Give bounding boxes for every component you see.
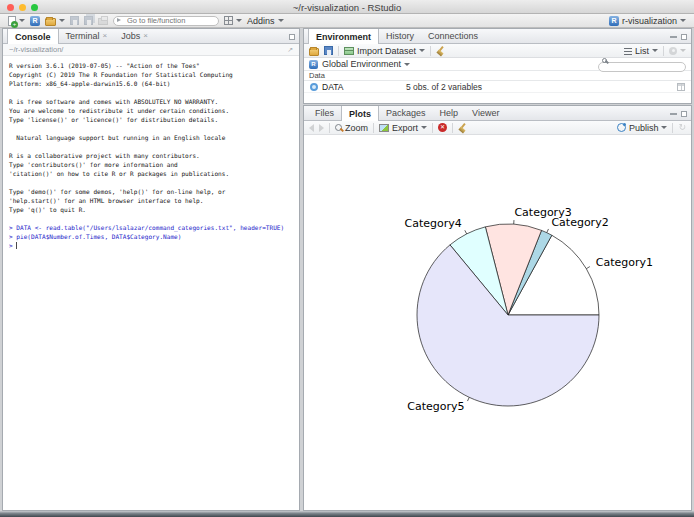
scope-label: Global Environment <box>322 59 401 69</box>
tab-terminal[interactable]: Terminal× <box>59 29 115 43</box>
maximize-pane-icon[interactable] <box>681 111 687 117</box>
separator <box>329 123 330 133</box>
pane-layout-button[interactable] <box>224 16 242 25</box>
console-output-line <box>9 88 293 97</box>
minimize-pane-icon[interactable] <box>670 113 677 115</box>
environment-search <box>598 55 686 73</box>
close-tab-icon[interactable]: × <box>103 32 108 40</box>
tab-environment[interactable]: Environment <box>308 29 379 44</box>
window-title: ~/r-visualization - RStudio <box>0 2 694 13</box>
list-view-button[interactable]: List <box>624 46 658 56</box>
tab-connections[interactable]: Connections <box>421 29 485 43</box>
import-dataset-button[interactable]: Import Dataset <box>344 46 425 56</box>
tab-console[interactable]: Console <box>7 29 59 44</box>
tab-label: History <box>386 31 414 41</box>
console-output-line: R is free software and comes with ABSOLU… <box>9 97 293 106</box>
tab-plots[interactable]: Plots <box>341 106 379 121</box>
r-environment-icon: R <box>309 60 318 69</box>
separator <box>452 123 453 133</box>
console-tabbar: ConsoleTerminal×Jobs× <box>3 29 299 44</box>
chevron-down-icon <box>404 63 410 66</box>
clear-all-plots-button[interactable] <box>458 123 468 133</box>
separator <box>338 46 339 56</box>
console-prompt: > <box>9 242 16 249</box>
new-project-button[interactable]: R <box>30 16 40 26</box>
plots-panel: FilesPlotsPackagesHelpViewer Zoom Export… <box>303 105 692 511</box>
environment-panel: EnvironmentHistoryConnections Import Dat… <box>303 28 692 104</box>
image-icon <box>379 124 389 132</box>
tab-files[interactable]: Files <box>308 106 341 120</box>
console-pathbar: ~/r-visualization/ ↗ <box>3 44 299 56</box>
maximize-pane-icon[interactable] <box>681 34 687 40</box>
pie-label-tick <box>468 397 470 401</box>
tab-jobs[interactable]: Jobs× <box>114 29 155 43</box>
save-button[interactable] <box>70 16 79 25</box>
console-output-line: R is a collaborative project with many c… <box>9 151 293 160</box>
open-in-new-window-icon[interactable]: ↗ <box>287 46 293 53</box>
zoom-label: Zoom <box>345 123 368 133</box>
console-output-line <box>9 178 293 187</box>
maximize-pane-icon[interactable] <box>289 34 295 40</box>
tab-help[interactable]: Help <box>433 106 466 120</box>
chevron-down-icon <box>278 19 284 22</box>
separator <box>373 123 374 133</box>
pie-label-category5: Category5 <box>407 400 464 413</box>
console-output-line: You are welcome to redistribute it under… <box>9 106 293 115</box>
environment-object-list: DATA5 obs. of 2 variables <box>304 81 691 93</box>
export-plot-button[interactable]: Export <box>379 123 427 133</box>
console-output-line: Type 'license()' or 'licence()' for dist… <box>9 115 293 124</box>
load-workspace-button[interactable] <box>309 48 319 56</box>
addins-button[interactable]: Addins <box>247 16 284 26</box>
console-output-line <box>9 214 293 223</box>
previous-plot-button[interactable] <box>309 124 314 132</box>
environment-search-input[interactable] <box>598 62 686 72</box>
next-plot-button[interactable] <box>319 124 324 132</box>
console-output[interactable]: R version 3.6.1 (2019-07-05) -- "Action … <box>3 57 299 510</box>
tab-history[interactable]: History <box>379 29 421 43</box>
console-output-line: 'help.start()' for an HTML browser inter… <box>9 196 293 205</box>
gear-icon <box>669 47 677 55</box>
refresh-icon[interactable]: ↻ <box>678 123 686 132</box>
project-menu-button[interactable]: R r-visualization <box>609 16 686 26</box>
tab-viewer[interactable]: Viewer <box>465 106 506 120</box>
publish-button[interactable]: Publish <box>617 123 668 133</box>
plots-tabbar: FilesPlotsPackagesHelpViewer <box>304 106 691 121</box>
environment-scope-selector[interactable]: Global Environment <box>322 59 410 69</box>
minimize-pane-icon[interactable] <box>670 36 677 38</box>
tab-packages[interactable]: Packages <box>379 106 433 120</box>
environment-scope-row: R Global Environment <box>304 58 691 71</box>
import-dataset-label: Import Dataset <box>357 46 416 56</box>
save-all-button[interactable] <box>84 16 93 25</box>
console-output-line: Type 'q()' to quit R. <box>9 205 293 214</box>
console-output-line: Natural language support but running in … <box>9 133 293 142</box>
publish-label: Publish <box>629 123 659 133</box>
view-data-icon[interactable] <box>677 83 685 91</box>
separator <box>663 46 664 56</box>
window-bottom-edge <box>0 511 694 517</box>
open-file-button[interactable] <box>45 16 65 26</box>
project-name: r-visualization <box>622 16 677 26</box>
close-tab-icon[interactable]: × <box>143 32 148 40</box>
publish-icon <box>617 123 626 132</box>
tab-label: Plots <box>349 109 371 119</box>
console-output-line <box>9 124 293 133</box>
magnifier-icon <box>335 124 342 131</box>
zoom-plot-button[interactable]: Zoom <box>335 123 368 133</box>
goto-file-function <box>113 16 219 26</box>
save-workspace-button[interactable] <box>324 46 333 55</box>
export-label: Export <box>392 123 418 133</box>
environment-object-row[interactable]: DATA5 obs. of 2 variables <box>304 81 691 93</box>
new-file-button[interactable] <box>8 16 25 26</box>
separator <box>432 123 433 133</box>
console-output-line <box>9 142 293 151</box>
list-view-icon <box>624 48 632 55</box>
remove-plot-button[interactable]: ✕ <box>438 123 447 132</box>
console-panel: ConsoleTerminal×Jobs× ~/r-visualization/… <box>2 28 300 511</box>
print-button[interactable] <box>98 18 108 25</box>
goto-file-input[interactable] <box>113 16 219 26</box>
clear-objects-button[interactable] <box>436 46 446 56</box>
addins-label: Addins <box>247 16 275 26</box>
new-file-icon <box>8 16 16 26</box>
environment-settings-button[interactable] <box>669 47 686 55</box>
plot-viewport: Category1Category2Category3Category4Cate… <box>304 136 691 510</box>
